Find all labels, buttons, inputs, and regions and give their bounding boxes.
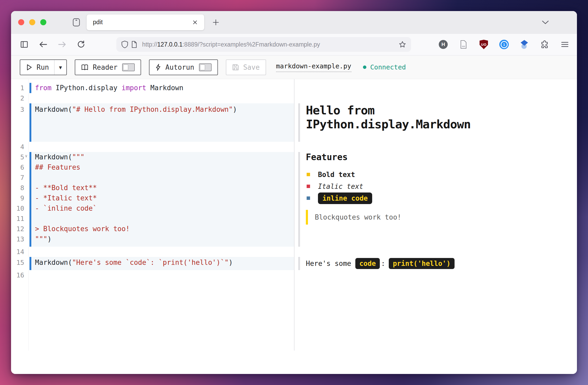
close-window-button[interactable] <box>18 19 24 25</box>
editor-line[interactable]: 2 <box>11 93 294 103</box>
tab-list-chevron-icon[interactable] <box>540 17 551 28</box>
editor-line[interactable]: 11 <box>11 214 294 224</box>
list-bullet <box>307 185 310 188</box>
extension-h-icon[interactable]: H <box>437 39 449 50</box>
traffic-lights <box>11 19 46 25</box>
code-text: """) <box>35 234 52 244</box>
blockquote: Blockquotes work too! <box>306 210 577 225</box>
editor-line[interactable]: 8 - **Bold text** <box>11 183 294 193</box>
line-number: 3 <box>11 104 24 115</box>
editor-line[interactable]: 4 <box>11 142 294 152</box>
code-text: Markdown("# Hello from IPython.display.M… <box>35 104 237 115</box>
autorun-switch[interactable] <box>199 63 212 71</box>
back-button[interactable] <box>37 39 49 50</box>
bookmark-star-icon[interactable] <box>397 39 407 49</box>
save-button[interactable]: Save <box>226 59 266 75</box>
reader-label: Reader <box>93 63 117 71</box>
connection-status-label: Connected <box>370 63 406 71</box>
blockquote-text: Blockquotes work too! <box>315 213 401 221</box>
editor-line[interactable]: 14 <box>11 247 294 257</box>
new-tab-button[interactable] <box>211 17 221 28</box>
app-toolbar: Run ▼ Reader Autor <box>11 55 577 79</box>
code-text: Markdown("Here's some `code`: `print('he… <box>35 257 233 268</box>
editor-line[interactable]: 9 - *Italic text* <box>11 193 294 203</box>
page-info-icon[interactable] <box>129 40 139 49</box>
forward-button[interactable] <box>56 39 68 50</box>
filename[interactable]: markdown-example.py <box>276 62 351 72</box>
editor-line[interactable]: 5 ∨ Markdown(""" <box>11 152 294 162</box>
list-bullet <box>307 173 310 176</box>
editor-line[interactable]: 6 ## Features <box>11 162 294 173</box>
connection-status: Connected <box>363 63 406 71</box>
line-number: 11 <box>11 214 24 224</box>
feature-text: Italic text <box>318 183 363 190</box>
code-text: Markdown(""" <box>35 152 84 162</box>
save-label: Save <box>243 63 260 71</box>
markdown-h2: Features <box>306 152 577 162</box>
line-number: 4 <box>11 142 24 152</box>
line-number: 2 <box>11 93 24 103</box>
editor-line[interactable]: 16 <box>11 270 294 280</box>
line-number: 9 <box>11 193 24 203</box>
lightning-icon <box>155 64 161 71</box>
editor-line[interactable]: 10 - `inline code` <box>11 203 294 214</box>
editor-line[interactable]: 3 Markdown("# Hello from IPython.display… <box>11 103 294 142</box>
output-block-heading: Hello from IPython.display.Markdown <box>298 103 577 142</box>
tab-pdit[interactable]: pdit <box>87 14 204 30</box>
code-text: - **Bold text** <box>35 183 97 193</box>
output-block-features: Features Bold text Italic text inlin <box>298 152 577 247</box>
connection-dot-icon <box>363 65 366 69</box>
minimize-window-button[interactable] <box>29 19 35 25</box>
zoom-window-button[interactable] <box>40 19 46 25</box>
run-dropdown-caret[interactable]: ▼ <box>54 60 66 75</box>
browser-window: pdit <box>11 11 577 374</box>
tab-close-icon[interactable] <box>191 18 200 27</box>
output-pane: Hello from IPython.display.Markdown Feat… <box>295 79 577 270</box>
code-text: ## Features <box>35 162 80 173</box>
page-content: Run ▼ Reader Autor <box>11 55 577 351</box>
markdown-h1: Hello from IPython.display.Markdown <box>306 103 577 131</box>
reload-button[interactable] <box>75 39 87 50</box>
tab-bar: pdit <box>11 11 577 34</box>
feature-item: inline code <box>306 192 577 204</box>
extension-1password-icon[interactable]: 1 <box>498 39 510 50</box>
editor-output-split: 1 from IPython.display import Markdown 2… <box>11 79 577 351</box>
reader-switch[interactable] <box>122 63 135 71</box>
editor-line[interactable]: 1 from IPython.display import Markdown <box>11 83 294 93</box>
editor-line[interactable]: 13 """) <box>11 234 294 247</box>
feature-list: Bold text Italic text inline code <box>306 169 577 204</box>
reader-toggle-button[interactable]: Reader <box>75 59 141 75</box>
line-number: 13 <box>11 234 24 244</box>
editor-line[interactable]: 15 Markdown("Here's some `code`: `print(… <box>11 257 294 270</box>
feature-text: Bold text <box>318 171 355 179</box>
extension-ublock-icon[interactable]: UO <box>478 39 490 50</box>
line-number: 1 <box>11 83 24 93</box>
autorun-label: Autorun <box>165 63 194 71</box>
extension-page-icon[interactable] <box>458 39 469 50</box>
menu-hamburger-icon[interactable] <box>559 39 571 50</box>
url-text[interactable]: http://127.0.0.1:8889/?script=examples%2… <box>142 41 397 48</box>
code-editor[interactable]: 1 from IPython.display import Markdown 2… <box>11 79 294 280</box>
autorun-toggle-button[interactable]: Autorun <box>149 59 218 75</box>
fold-chevron-icon[interactable]: ∨ <box>25 154 27 158</box>
save-icon <box>232 64 239 71</box>
shield-icon[interactable] <box>120 40 129 49</box>
sidebar-toggle-icon[interactable] <box>18 39 30 50</box>
line-number: 16 <box>11 270 24 280</box>
play-icon <box>26 64 32 71</box>
output-block-inline-code: Here's some code : print('hello') <box>298 257 577 270</box>
extension-gem-icon[interactable] <box>519 39 530 50</box>
editor-line[interactable]: 12 > Blockquotes work too! <box>11 224 294 234</box>
code-text: - `inline code` <box>35 203 97 214</box>
code-text: - *Italic text* <box>35 193 97 203</box>
run-button[interactable]: Run ▼ <box>20 59 67 75</box>
line-number: 6 <box>11 162 24 173</box>
editor-line[interactable]: 7 <box>11 173 294 183</box>
url-bar[interactable]: http://127.0.0.1:8889/?script=examples%2… <box>116 37 411 52</box>
extensions-puzzle-icon[interactable] <box>539 39 550 50</box>
code-text: from IPython.display import Markdown <box>35 83 183 93</box>
feature-item: Italic text <box>306 180 577 192</box>
line-number: 10 <box>11 203 24 214</box>
feature-text: inline code <box>318 192 372 204</box>
firefox-view-icon[interactable] <box>71 17 82 28</box>
